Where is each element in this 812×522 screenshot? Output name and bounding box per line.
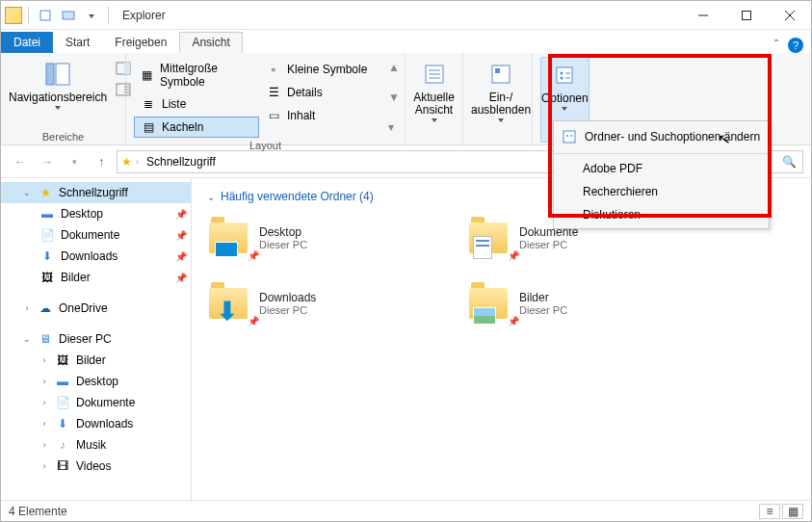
sidebar-pc-desktop[interactable]: ›▬Desktop: [1, 371, 191, 392]
up-button[interactable]: ↑: [90, 150, 113, 173]
sidebar-onedrive[interactable]: ›☁OneDrive: [1, 298, 191, 319]
tile-pictures[interactable]: 📌 BilderDieser PC: [467, 282, 660, 325]
svg-rect-7: [56, 64, 69, 85]
svg-rect-0: [40, 11, 50, 20]
menu-adobe-pdf[interactable]: Adobe PDF: [554, 157, 769, 180]
title-bar: Explorer: [1, 1, 811, 30]
svg-rect-25: [563, 131, 575, 143]
pin-icon: 📌: [508, 250, 519, 261]
svg-rect-1: [63, 12, 74, 19]
layout-scroll-up[interactable]: ▲: [388, 61, 400, 74]
qat-item[interactable]: [35, 5, 56, 26]
breadcrumb[interactable]: Schnellzugriff: [143, 155, 220, 169]
svg-rect-18: [492, 65, 510, 83]
group-layout-label: Layout: [134, 138, 397, 151]
sidebar-documents[interactable]: 📄Dokumente📌: [1, 224, 191, 246]
navigation-pane-label: Navigationsbereich: [9, 91, 107, 104]
current-view-button[interactable]: Aktuelle Ansicht: [413, 57, 455, 143]
tab-start[interactable]: Start: [53, 32, 102, 53]
navigation-pane-button[interactable]: Navigationsbereich: [9, 57, 107, 129]
tab-view[interactable]: Ansicht: [179, 32, 242, 53]
back-button[interactable]: ←: [9, 150, 32, 173]
status-bar: 4 Elemente ≡ ▦: [1, 500, 811, 521]
svg-rect-3: [742, 11, 750, 19]
menu-change-folder-options[interactable]: Ordner- und Suchoptionen ändern: [554, 123, 769, 150]
sidebar-downloads[interactable]: ⬇Downloads📌: [1, 246, 191, 267]
sidebar-pc-downloads[interactable]: ›⬇Downloads: [1, 413, 191, 434]
collapse-ribbon-icon[interactable]: ˆ: [774, 39, 778, 52]
svg-point-26: [566, 135, 568, 137]
sidebar-desktop[interactable]: ▬Desktop📌: [1, 203, 191, 224]
view-details-button[interactable]: ≡: [759, 504, 780, 519]
recent-locations[interactable]: ▾: [63, 150, 86, 173]
explorer-icon: [5, 7, 22, 24]
sidebar-this-pc[interactable]: ⌄🖥Dieser PC: [1, 328, 191, 350]
layout-details[interactable]: ☰Details: [259, 82, 384, 103]
tab-file[interactable]: Datei: [1, 32, 53, 53]
pin-icon: 📌: [508, 316, 519, 326]
quick-access-toolbar: [1, 5, 117, 26]
pin-icon: 📌: [248, 250, 259, 261]
sidebar-pc-pictures[interactable]: ›🖼Bilder: [1, 350, 191, 371]
minimize-button[interactable]: [681, 1, 724, 29]
svg-point-21: [561, 72, 563, 75]
sidebar-pc-videos[interactable]: ›🎞Videos: [1, 456, 191, 477]
layout-content[interactable]: ▭Inhalt: [259, 105, 384, 126]
view-tiles-button[interactable]: ▦: [782, 504, 803, 519]
status-item-count: 4 Elemente: [9, 505, 67, 518]
navigation-sidebar: ⌄★Schnellzugriff ▬Desktop📌 📄Dokumente📌 ⬇…: [1, 178, 192, 502]
layout-list[interactable]: ≣Liste: [134, 93, 259, 115]
pin-icon: 📌: [248, 316, 259, 326]
layout-scroll-down[interactable]: ▼: [388, 91, 400, 104]
layout-small-icons[interactable]: ▫Kleine Symbole: [259, 59, 384, 80]
tile-downloads[interactable]: ⬇📌 DownloadsDieser PC: [207, 282, 400, 325]
layout-tiles[interactable]: ▤Kacheln: [134, 117, 259, 138]
sidebar-quick-access[interactable]: ⌄★Schnellzugriff: [1, 182, 191, 203]
window-title: Explorer: [117, 9, 681, 22]
maximize-button[interactable]: [724, 1, 768, 29]
sidebar-pictures[interactable]: 🖼Bilder📌: [1, 267, 191, 288]
tile-desktop[interactable]: 📌 DesktopDieser PC: [207, 217, 400, 259]
svg-rect-20: [557, 67, 572, 83]
qat-overflow[interactable]: [81, 5, 102, 26]
layout-medium-icons[interactable]: ▦Mittelgroße Symbole: [134, 59, 259, 91]
options-icon: [562, 128, 577, 145]
close-button[interactable]: [768, 1, 811, 29]
forward-button[interactable]: →: [36, 150, 59, 173]
quick-access-icon: ★: [121, 155, 132, 169]
show-hide-button[interactable]: Ein-/ ausblenden: [471, 57, 531, 143]
qat-item[interactable]: [58, 5, 79, 26]
menu-research[interactable]: Recherchieren: [554, 180, 769, 203]
search-icon: 🔍: [782, 155, 797, 169]
svg-rect-19: [495, 68, 500, 73]
sidebar-pc-music[interactable]: ›♪Musik: [1, 434, 191, 456]
help-icon[interactable]: ?: [788, 38, 803, 53]
options-dropdown: Ordner- und Suchoptionen ändern Adobe PD…: [553, 120, 770, 229]
tab-share[interactable]: Freigeben: [102, 32, 179, 53]
menu-discuss[interactable]: Diskutieren: [554, 203, 769, 226]
ribbon-tabs: Datei Start Freigeben Ansicht ˆ ?: [1, 30, 811, 53]
svg-point-23: [561, 77, 563, 80]
sidebar-pc-documents[interactable]: ›📄Dokumente: [1, 392, 191, 413]
group-panes-label: Bereiche: [9, 129, 118, 143]
layout-expand[interactable]: ▾: [388, 120, 400, 134]
svg-rect-6: [46, 64, 54, 85]
